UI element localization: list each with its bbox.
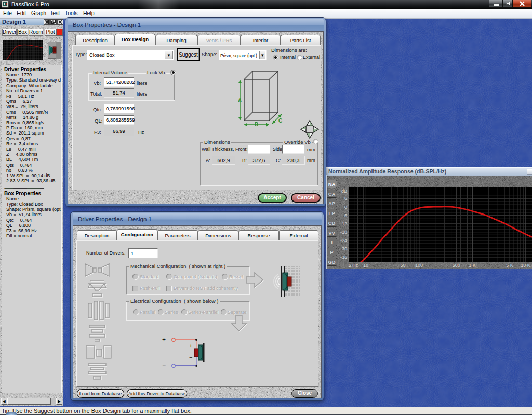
svg-text:C: C — [278, 118, 282, 124]
svg-text:−: − — [162, 362, 166, 369]
svg-text:A: A — [238, 98, 242, 103]
svg-text:+: + — [162, 336, 166, 343]
svg-text:−: − — [189, 354, 192, 360]
svg-text:+: + — [189, 343, 192, 349]
svg-text:B: B — [255, 122, 258, 127]
